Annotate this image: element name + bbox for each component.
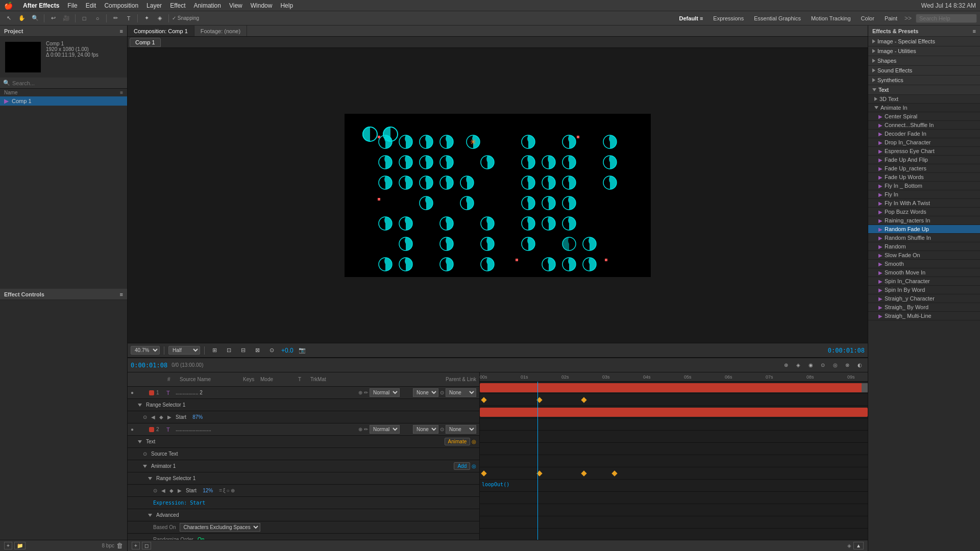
- menu-composition[interactable]: Composition: [104, 2, 138, 9]
- tl-btn-4[interactable]: ⊙: [818, 361, 828, 370]
- effect-drop-in[interactable]: ▶ Drop In_Character: [868, 138, 980, 147]
- effect-decoder-fade[interactable]: ▶ Decoder Fade In: [868, 130, 980, 138]
- layer1-3d[interactable]: ⊕: [358, 390, 362, 395]
- based-on-select[interactable]: Characters Excluding Spaces: [180, 523, 260, 532]
- tool-shape-ellipse[interactable]: ○: [92, 13, 103, 23]
- range-selector-triangle[interactable]: [138, 402, 142, 408]
- start2-kf-next[interactable]: ▶: [178, 488, 182, 493]
- effect-random-shuffle-in[interactable]: ▶ Random Shuffle In: [868, 234, 980, 242]
- expr-icon-3[interactable]: ○: [226, 488, 229, 493]
- tl-btn-7[interactable]: ◐: [854, 361, 865, 370]
- layer2-3d[interactable]: ⊕: [358, 427, 362, 432]
- tab-footage[interactable]: Footage: (none): [194, 26, 247, 36]
- start-stopwatch[interactable]: ⊙: [143, 414, 147, 420]
- comp1-view-tab[interactable]: Comp 1: [130, 38, 161, 47]
- layer1-trkmatte[interactable]: None: [413, 388, 438, 397]
- effect-fly-in[interactable]: ▶ Fly In: [868, 190, 980, 199]
- workspace-expressions[interactable]: Expressions: [710, 14, 747, 22]
- start2-stopwatch[interactable]: ⊙: [153, 488, 157, 493]
- effect-smooth-move[interactable]: ▶ Smooth Move In: [868, 268, 980, 277]
- viewer-btn-4[interactable]: ⊠: [252, 345, 263, 356]
- layer1-mode[interactable]: Normal: [370, 388, 400, 397]
- viewer-btn-2[interactable]: ⊡: [223, 345, 234, 356]
- menu-view[interactable]: View: [229, 2, 242, 9]
- menu-window[interactable]: Window: [251, 2, 273, 9]
- tool-rotate[interactable]: ↩: [47, 13, 59, 23]
- effect-fly-in-twist[interactable]: ▶ Fly In With A Twist: [868, 199, 980, 208]
- tl-new-btn[interactable]: +: [132, 542, 140, 549]
- tool-hand[interactable]: ✋: [16, 13, 28, 23]
- advanced-triangle[interactable]: [148, 512, 152, 518]
- start-add-keyframe[interactable]: ◆: [159, 414, 163, 420]
- effect-fade-up-flip[interactable]: ▶ Fade Up And Flip: [868, 156, 980, 164]
- effect-spin-in-char[interactable]: ▶ Spin In_Character: [868, 277, 980, 286]
- effect-connect-shuffle[interactable]: ▶ Connect...Shuffle In: [868, 121, 980, 130]
- add-animator-btn[interactable]: Add: [454, 462, 470, 470]
- viewer-btn-3[interactable]: ⊟: [237, 345, 249, 356]
- cat-header-image-special[interactable]: Image - Special Effects: [868, 37, 980, 46]
- workspace-more[interactable]: >>: [904, 15, 912, 22]
- start2-kf-add[interactable]: ◆: [169, 488, 174, 493]
- project-panel-menu[interactable]: ≡: [120, 28, 123, 34]
- layer2-mode[interactable]: Normal: [370, 425, 400, 434]
- effect-random-shuffle-in2[interactable]: ▶ Random: [868, 242, 980, 251]
- source-text-stopwatch[interactable]: ⊙: [143, 451, 147, 457]
- start-keyframe-nav-prev[interactable]: ◀: [151, 414, 155, 420]
- tool-select[interactable]: ↖: [3, 13, 14, 23]
- start2-kf-prev[interactable]: ◀: [161, 488, 165, 493]
- effect-fade-up-words[interactable]: ▶ Fade Up Words: [868, 173, 980, 182]
- project-search-input[interactable]: [12, 80, 124, 86]
- start-keyframe-nav-next[interactable]: ▶: [167, 414, 172, 420]
- tl-btn-5[interactable]: ◎: [830, 361, 840, 370]
- tool-zoom[interactable]: 🔍: [30, 13, 41, 23]
- range-selector2-triangle[interactable]: [148, 475, 152, 481]
- subcat-animate-in[interactable]: Animate In: [868, 104, 980, 112]
- tl-expand-btn[interactable]: ▲: [853, 542, 864, 549]
- cat-header-text[interactable]: Text: [868, 85, 980, 95]
- viewer-btn-5[interactable]: ⊙: [266, 345, 277, 356]
- menu-layer[interactable]: Layer: [146, 2, 162, 9]
- project-search-bar[interactable]: 🔍: [0, 78, 127, 89]
- camera-btn[interactable]: 📷: [297, 345, 308, 356]
- apple-menu[interactable]: 🍎: [4, 2, 13, 10]
- effect-straight-y[interactable]: ▶ Straigh_y Character: [868, 294, 980, 303]
- effect-pop-buzz[interactable]: ▶ Pop Buzz Words: [868, 208, 980, 216]
- effect-controls-menu[interactable]: ≡: [120, 291, 123, 297]
- layer2-parent[interactable]: None: [446, 425, 476, 434]
- cat-header-synthetics[interactable]: Synthetics: [868, 76, 980, 85]
- search-help-input[interactable]: [916, 14, 977, 23]
- menu-animation[interactable]: Animation: [194, 2, 221, 9]
- effect-espresso[interactable]: ▶ Espresso Eye Chart: [868, 147, 980, 156]
- workspace-default[interactable]: Default ≡: [676, 14, 706, 22]
- cat-header-sound[interactable]: Sound Effects: [868, 66, 980, 76]
- text-triangle[interactable]: [138, 439, 142, 444]
- layer2-trkmatte[interactable]: None: [413, 425, 438, 434]
- quality-select[interactable]: Half Full Quarter: [168, 346, 200, 355]
- comp1-item[interactable]: ▶ Comp 1: [0, 96, 127, 106]
- layer1-parent[interactable]: None: [446, 388, 476, 397]
- effect-smooth[interactable]: ▶ Smooth: [868, 260, 980, 268]
- trash-btn[interactable]: 🗑: [116, 542, 123, 549]
- tab-composition[interactable]: Composition: Comp 1: [128, 26, 194, 36]
- tl-btn-6[interactable]: ⊗: [842, 361, 852, 370]
- effect-spin-in-word[interactable]: ▶ Spin In By Word: [868, 286, 980, 294]
- tl-btn-1[interactable]: ⊕: [781, 361, 791, 370]
- effect-center-spiral[interactable]: ▶ Center Spiral: [868, 112, 980, 121]
- subcat-3d-text[interactable]: 3D Text: [868, 95, 980, 104]
- tool-text[interactable]: T: [123, 13, 134, 23]
- expr-icon-4[interactable]: ⊕: [231, 488, 235, 493]
- effect-straight-multi[interactable]: ▶ Straigh_ Multi-Line: [868, 312, 980, 320]
- viewer-btn-1[interactable]: ⊞: [209, 345, 220, 356]
- cat-header-shapes[interactable]: Shapes: [868, 56, 980, 66]
- playhead[interactable]: [537, 382, 538, 540]
- effect-fade-up-racters[interactable]: ▶ Fade Up_racters: [868, 164, 980, 173]
- layer1-edit[interactable]: ✏: [364, 390, 368, 395]
- tool-puppet[interactable]: ◈: [154, 13, 165, 23]
- effect-straight-word[interactable]: ▶ Straigh_ By Word: [868, 303, 980, 312]
- layer2-vis[interactable]: ●: [131, 427, 139, 432]
- workspace-paint[interactable]: Paint: [881, 14, 900, 22]
- effect-raining[interactable]: ▶ Raining_racters In: [868, 216, 980, 225]
- effects-panel-menu[interactable]: ≡: [973, 28, 976, 34]
- effect-random-fade[interactable]: ▶ Random Fade Up: [868, 225, 980, 234]
- cat-header-image-util[interactable]: Image - Utilities: [868, 46, 980, 56]
